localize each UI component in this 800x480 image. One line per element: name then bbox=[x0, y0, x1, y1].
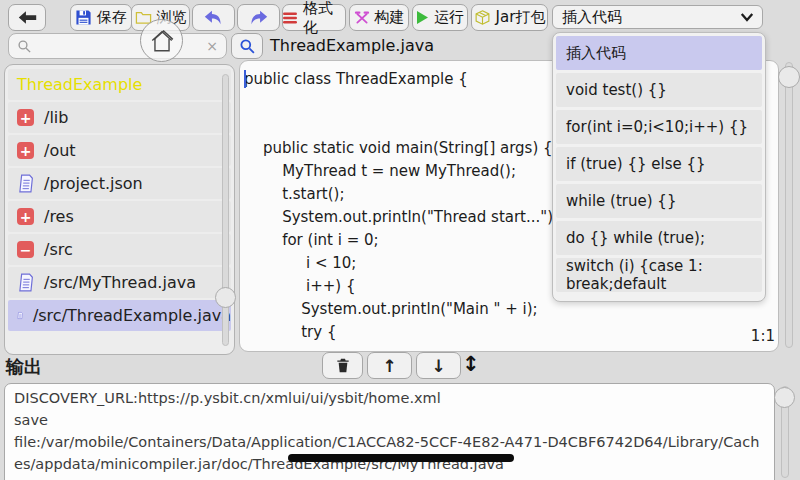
floppy-disk-icon bbox=[75, 9, 92, 26]
format-button[interactable]: 格式化 bbox=[282, 4, 346, 31]
build-label: 构建 bbox=[375, 8, 405, 27]
current-filename: ThreadExample.java bbox=[270, 36, 434, 55]
mobile-java-ide: 保存 浏览 格式化 构建 运行 bbox=[0, 0, 800, 480]
menu-item-insert-code[interactable]: 插入代码 bbox=[556, 36, 762, 70]
tree-row-threadexample-java[interactable]: /src/ThreadExample.java bbox=[8, 300, 231, 331]
back-arrow-icon bbox=[18, 10, 37, 25]
jar-package-button[interactable]: Jar打包 bbox=[471, 4, 548, 31]
build-button[interactable]: 构建 bbox=[349, 4, 409, 31]
jar-label: Jar打包 bbox=[496, 8, 546, 27]
clear-search-icon[interactable]: × bbox=[206, 38, 218, 54]
tree-row-mythread-java[interactable]: /src/MyThread.java bbox=[8, 267, 231, 298]
tree-label: /out bbox=[44, 141, 76, 160]
scroll-down-button[interactable]: ↓ bbox=[416, 352, 461, 379]
output-scrollbar-thumb[interactable] bbox=[774, 387, 795, 408]
file-icon bbox=[16, 174, 35, 193]
search-blue-icon bbox=[239, 38, 256, 55]
menu-item-for-loop[interactable]: for(int i=0;i<10;i++) {} bbox=[556, 110, 762, 144]
menu-item-if-else[interactable]: if (true) {} else {} bbox=[556, 147, 762, 181]
tree-label: /src/MyThread.java bbox=[44, 273, 196, 292]
tree-label: /lib bbox=[44, 108, 68, 127]
house-icon bbox=[149, 28, 175, 54]
expand-icon[interactable]: + bbox=[17, 142, 34, 159]
redo-button[interactable] bbox=[237, 4, 280, 31]
tree-row-src[interactable]: − /src bbox=[8, 234, 231, 265]
back-button[interactable] bbox=[8, 4, 46, 31]
caret-position: 1:1 bbox=[735, 327, 775, 345]
tree-row-project-json[interactable]: /project.json bbox=[8, 168, 231, 199]
undo-arrow-icon bbox=[204, 10, 223, 25]
down-arrow-icon: ↓ bbox=[431, 356, 445, 376]
tree-label: /project.json bbox=[44, 174, 143, 193]
search-field[interactable]: × bbox=[8, 33, 227, 59]
clear-output-button[interactable] bbox=[322, 352, 363, 379]
editor-scrollbar-thumb[interactable] bbox=[778, 66, 800, 88]
run-label: 运行 bbox=[434, 8, 464, 27]
project-name: ThreadExample bbox=[17, 75, 142, 94]
search-icon bbox=[17, 39, 32, 54]
output-line: DISCOVERY_URL:https://p.ysbit.cn/xmlui/u… bbox=[14, 387, 765, 409]
redo-arrow-icon bbox=[249, 10, 268, 25]
chevron-down-icon bbox=[740, 12, 754, 22]
code-line: try { bbox=[244, 321, 778, 344]
menu-item-void-test[interactable]: void test() {} bbox=[556, 73, 762, 107]
trash-icon bbox=[335, 357, 351, 374]
insert-code-select-value: 插入代码 bbox=[562, 8, 622, 27]
undo-button[interactable] bbox=[192, 4, 235, 31]
up-down-arrow-icon: ↕ bbox=[462, 352, 480, 376]
output-line: save bbox=[14, 409, 765, 431]
menu-item-while[interactable]: while (true) {} bbox=[556, 184, 762, 218]
play-icon bbox=[416, 10, 429, 25]
tree-label: /src/ThreadExample.java bbox=[33, 306, 231, 325]
tree-label: /src bbox=[44, 240, 73, 259]
resize-panel-handle[interactable]: ↕ bbox=[462, 352, 480, 376]
save-label: 保存 bbox=[97, 8, 127, 27]
collapse-icon[interactable]: − bbox=[17, 241, 34, 258]
insert-code-select[interactable]: 插入代码 bbox=[552, 5, 763, 29]
project-root-row[interactable]: ThreadExample bbox=[8, 69, 231, 100]
file-icon bbox=[16, 306, 24, 325]
expand-icon[interactable]: + bbox=[17, 109, 34, 126]
tree-row-lib[interactable]: + /lib bbox=[8, 102, 231, 133]
save-button[interactable]: 保存 bbox=[70, 4, 132, 31]
find-button[interactable] bbox=[231, 33, 263, 59]
output-line: file:/var/mobile/Containers/Data/Applica… bbox=[14, 431, 765, 475]
file-icon bbox=[16, 273, 35, 292]
sidebar-scrollbar-thumb[interactable] bbox=[215, 287, 236, 308]
format-label: 格式化 bbox=[303, 0, 345, 37]
insert-code-menu: 插入代码 void test() {} for(int i=0;i<10;i++… bbox=[552, 32, 766, 302]
tree-label: /res bbox=[44, 207, 74, 226]
scroll-up-button[interactable]: ↑ bbox=[367, 352, 412, 379]
tree-row-out[interactable]: + /out bbox=[8, 135, 231, 166]
up-arrow-icon: ↑ bbox=[382, 356, 396, 376]
output-title: 输出 bbox=[6, 355, 42, 379]
run-button[interactable]: 运行 bbox=[412, 4, 468, 31]
format-lines-icon bbox=[283, 12, 297, 24]
file-tree-panel: ThreadExample + /lib + /out /project.jso… bbox=[4, 64, 235, 355]
tree-row-res[interactable]: + /res bbox=[8, 201, 231, 232]
jar-box-icon bbox=[474, 9, 491, 26]
home-pointer-overlay bbox=[140, 19, 183, 62]
expand-icon[interactable]: + bbox=[17, 208, 34, 225]
menu-item-do-while[interactable]: do {} while (true); bbox=[556, 221, 762, 255]
build-tools-icon bbox=[354, 10, 370, 26]
menu-item-switch[interactable]: switch (i) {case 1: break;default bbox=[556, 258, 762, 292]
editor-scrollbar-track[interactable] bbox=[785, 62, 793, 348]
text-caret bbox=[244, 70, 246, 88]
output-console[interactable]: DISCOVERY_URL:https://p.ysbit.cn/xmlui/u… bbox=[4, 383, 775, 480]
home-indicator bbox=[288, 454, 514, 462]
